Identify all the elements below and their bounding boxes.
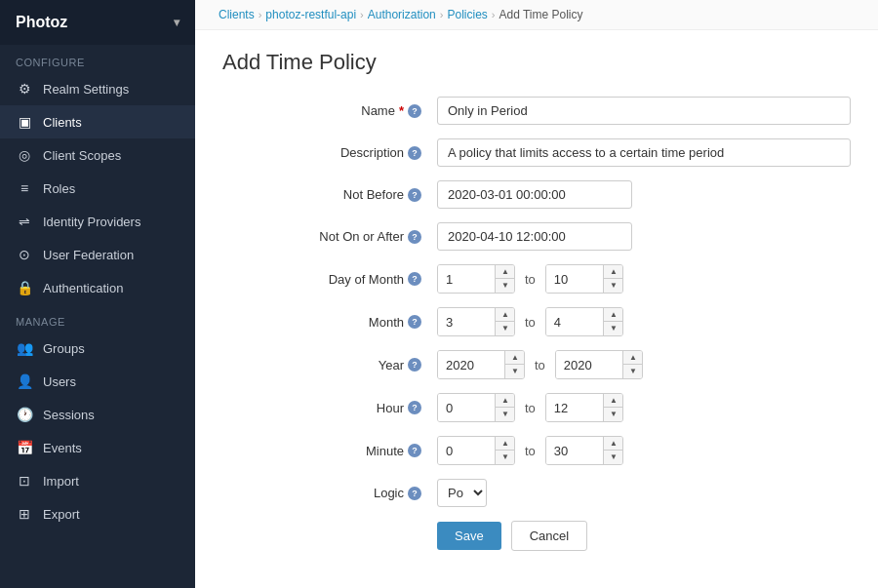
authentication-icon: 🔒 [16,280,33,295]
day-of-month-to-spinners: ▲ ▼ [603,265,623,293]
sidebar-item-events[interactable]: 📅 Events [0,431,195,464]
breadcrumb-current: Add Time Policy [499,8,583,21]
name-input[interactable] [437,97,851,125]
users-icon: 👤 [16,373,33,389]
clients-icon: ▣ [16,114,33,130]
hour-to-spinners: ▲ ▼ [603,394,623,421]
cancel-button[interactable]: Cancel [511,521,587,551]
form-row-not-before: Not Before ? [222,180,851,209]
sidebar-item-user-federation[interactable]: ⊙ User Federation [0,238,195,271]
month-from-input[interactable] [438,308,495,335]
minute-to-up[interactable]: ▲ [604,437,623,451]
not-before-help-icon[interactable]: ? [408,188,421,202]
minute-to-label: to [525,444,536,458]
not-on-or-after-input[interactable] [437,222,632,251]
breadcrumb-policies[interactable]: Policies [447,8,487,21]
hour-to-up[interactable]: ▲ [604,394,623,408]
logic-label: Logic ? [222,486,437,500]
breadcrumb-sep-2: › [360,9,364,20]
name-required: * [399,103,404,118]
minute-help-icon[interactable]: ? [408,444,421,457]
day-of-month-to-up[interactable]: ▲ [604,265,623,279]
description-help-icon[interactable]: ? [408,146,421,160]
hour-from-down[interactable]: ▼ [496,408,515,421]
groups-icon: 👥 [16,340,33,356]
month-to-up[interactable]: ▲ [604,308,623,322]
app-chevron: ▾ [174,16,180,29]
minute-to-input[interactable] [546,437,603,464]
breadcrumb-authorization[interactable]: Authorization [368,8,436,21]
not-before-input[interactable] [437,180,632,209]
not-on-or-after-label: Not On or After ? [222,229,437,244]
identity-providers-icon: ⇌ [16,214,33,229]
hour-help-icon[interactable]: ? [408,401,421,414]
day-of-month-from-input[interactable] [438,265,495,293]
day-of-month-to-input[interactable] [546,265,603,293]
hour-from-spinners: ▲ ▼ [495,394,515,421]
year-to-up[interactable]: ▲ [623,351,643,365]
month-spinner-group: ▲ ▼ to ▲ ▼ [437,307,851,336]
sidebar-item-users[interactable]: 👤 Users [0,365,195,398]
sidebar-item-sessions[interactable]: 🕐 Sessions [0,398,195,431]
form-row-name: Name * ? [222,97,851,125]
year-help-icon[interactable]: ? [408,358,421,372]
month-to-down[interactable]: ▼ [604,322,623,335]
year-from-up[interactable]: ▲ [505,351,525,365]
app-header[interactable]: Photoz ▾ [0,0,195,45]
breadcrumb-clients[interactable]: Clients [219,8,255,21]
hour-to-down[interactable]: ▼ [604,408,623,421]
hour-from-up[interactable]: ▲ [496,394,515,408]
minute-from-up[interactable]: ▲ [496,437,515,451]
description-input[interactable] [437,138,851,167]
hour-controls: ▲ ▼ to ▲ ▼ [437,393,851,422]
day-of-month-from-up[interactable]: ▲ [496,265,515,279]
sidebar-item-authentication[interactable]: 🔒 Authentication [0,271,195,304]
hour-spinner-group: ▲ ▼ to ▲ ▼ [437,393,851,422]
month-to-label: to [525,315,536,330]
year-to-down[interactable]: ▼ [623,365,643,378]
month-help-icon[interactable]: ? [408,315,421,329]
sidebar-item-label: Roles [43,181,75,196]
month-to-input[interactable] [546,308,603,335]
sidebar-item-label: Clients [43,115,82,130]
breadcrumb-photoz[interactable]: photoz-restful-api [265,8,356,21]
day-of-month-help-icon[interactable]: ? [408,272,421,286]
user-federation-icon: ⊙ [16,247,33,262]
name-help-icon[interactable]: ? [408,104,421,118]
year-to-label: to [535,358,545,372]
minute-from-down[interactable]: ▼ [496,451,515,464]
form-row-not-on-or-after: Not On or After ? [222,222,851,251]
save-button[interactable]: Save [437,522,501,550]
breadcrumb-sep-3: › [440,9,444,20]
sidebar-item-realm-settings[interactable]: ⚙ Realm Settings [0,72,195,105]
day-of-month-to-down[interactable]: ▼ [604,279,623,293]
month-from-up[interactable]: ▲ [496,308,515,322]
sidebar-item-identity-providers[interactable]: ⇌ Identity Providers [0,205,195,238]
day-of-month-from-down[interactable]: ▼ [496,279,515,293]
minute-from-input[interactable] [438,437,495,464]
not-on-or-after-help-icon[interactable]: ? [408,230,421,244]
sidebar-item-export[interactable]: ⊞ Export [0,497,195,530]
logic-select[interactable]: Po Ne [437,479,487,507]
sidebar-item-roles[interactable]: ≡ Roles [0,172,195,205]
month-from-spinners: ▲ ▼ [495,308,515,335]
sidebar-item-import[interactable]: ⊡ Import [0,464,195,497]
sidebar-item-clients[interactable]: ▣ Clients [0,105,195,138]
day-of-month-spinner-group: ▲ ▼ to ▲ ▼ [437,264,851,294]
minute-to-spinners: ▲ ▼ [603,437,623,464]
sidebar-item-client-scopes[interactable]: ◎ Client Scopes [0,138,195,172]
month-from-down[interactable]: ▼ [496,322,515,335]
year-from-down[interactable]: ▼ [505,365,525,378]
year-to-input[interactable] [556,351,622,378]
sidebar-item-label: User Federation [43,248,134,262]
minute-to-down[interactable]: ▼ [604,451,623,464]
sidebar-item-groups[interactable]: 👥 Groups [0,332,195,365]
sidebar-item-label: Client Scopes [43,148,121,163]
logic-help-icon[interactable]: ? [408,487,421,500]
hour-to-input[interactable] [546,394,603,421]
sessions-icon: 🕐 [16,407,33,422]
minute-label: Minute ? [222,444,437,458]
sidebar-item-label: Groups [43,341,85,356]
year-from-input[interactable] [438,351,504,378]
hour-from-input[interactable] [438,394,495,421]
